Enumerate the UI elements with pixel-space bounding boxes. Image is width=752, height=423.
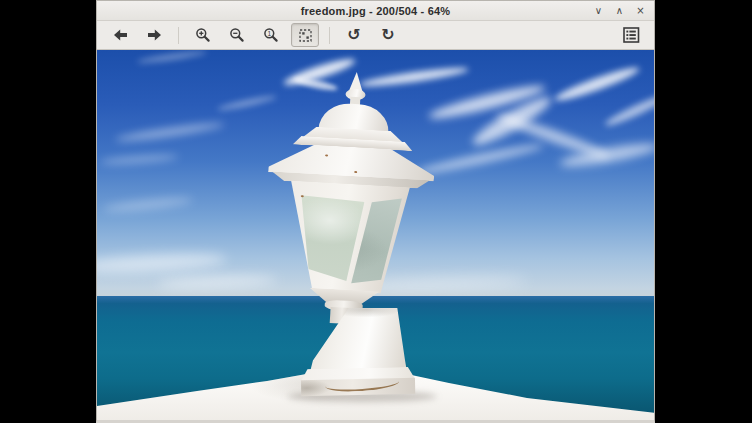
image-canvas[interactable]: [97, 50, 654, 420]
rust-speck: [325, 154, 328, 156]
fit-frame-icon: [299, 29, 312, 42]
titlebar: freedom.jpg - 200/504 - 64% ∨ ∧ ×: [97, 1, 654, 21]
svg-text:1: 1: [267, 30, 271, 37]
rust-speck: [301, 195, 304, 197]
minimize-button[interactable]: ∨: [592, 4, 605, 17]
maximize-button[interactable]: ∧: [613, 4, 626, 17]
rotate-counterclockwise-icon: ↺: [347, 27, 360, 43]
next-image-button[interactable]: [140, 23, 168, 47]
zoom-out-button[interactable]: [223, 23, 251, 47]
arrow-left-icon: [113, 29, 128, 41]
lantern: [260, 63, 440, 320]
lantern-glass-pane-front: [283, 180, 413, 295]
rotate-clockwise-button[interactable]: ↻: [374, 23, 402, 47]
window-title: freedom.jpg - 200/504 - 64%: [301, 5, 451, 17]
list-view-icon: [623, 27, 640, 43]
lantern-body: [283, 180, 413, 295]
toolbar-separator: [329, 27, 330, 44]
arrow-right-icon: [147, 29, 162, 41]
window-controls: ∨ ∧ ×: [592, 1, 647, 20]
rotate-counterclockwise-button[interactable]: ↺: [340, 23, 368, 47]
zoom-normal-button[interactable]: 1: [257, 23, 285, 47]
zoom-normal-icon: 1: [263, 27, 279, 43]
previous-image-button[interactable]: [106, 23, 134, 47]
best-fit-button[interactable]: [291, 23, 319, 47]
close-button[interactable]: ×: [634, 4, 647, 17]
zoom-in-button[interactable]: [189, 23, 217, 47]
zoom-out-icon: [229, 27, 245, 43]
rotate-clockwise-icon: ↻: [381, 27, 394, 43]
image-gallery-button[interactable]: [617, 23, 645, 47]
toolbar-separator: [178, 27, 179, 44]
toolbar: 1 ↺ ↻: [97, 21, 654, 50]
image-viewer-window: freedom.jpg - 200/504 - 64% ∨ ∧ ×: [96, 0, 655, 423]
zoom-in-icon: [195, 27, 211, 43]
rust-speck: [354, 171, 357, 173]
